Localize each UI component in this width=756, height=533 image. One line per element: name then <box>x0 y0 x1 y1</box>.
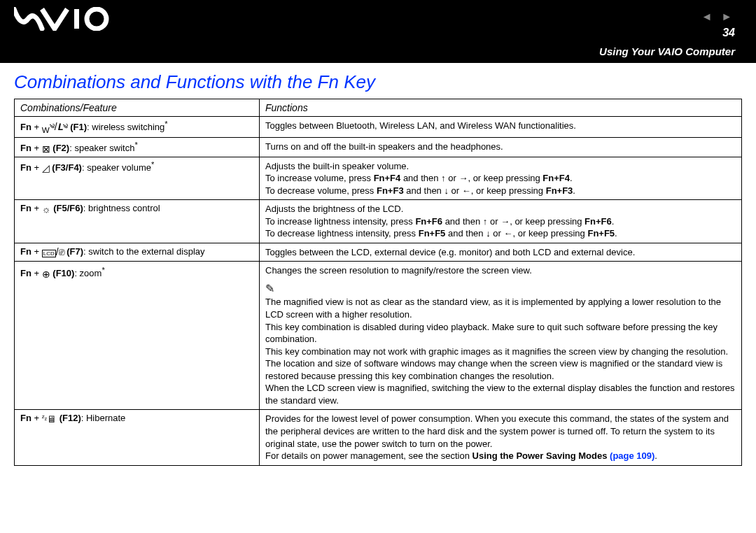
arrow-right-icon: → <box>458 173 468 183</box>
combo-f12: Fn + zz🖥 (F12): Hibernate <box>15 410 260 465</box>
svg-point-1 <box>87 9 106 29</box>
brightness-icon: ☼ <box>42 204 51 214</box>
hibernate-icon: zz🖥 <box>42 414 57 424</box>
table-row: Fn + ⊕ (F10): zoom* Changes the screen r… <box>15 262 742 410</box>
nav-prev-icon[interactable]: ◄ <box>701 10 715 22</box>
func-f12: Provides for the lowest level of power c… <box>260 410 742 465</box>
arrow-right-icon: → <box>500 216 510 227</box>
func-f2: Turns on and off the built-in speakers a… <box>260 137 742 157</box>
note-icon: ✎ <box>265 283 274 294</box>
nav-next-icon[interactable]: ► <box>721 10 735 22</box>
table-row: Fn + ☼ (F5/F6): brightness control Adjus… <box>15 200 742 243</box>
page-content: Combinations and Functions with the Fn K… <box>0 63 756 473</box>
nav-arrows[interactable]: ◄ ► <box>701 10 735 23</box>
combo-f10: Fn + ⊕ (F10): zoom* <box>15 262 260 410</box>
display-switch-icon: LCD/⎚ <box>42 247 64 257</box>
svg-rect-0 <box>74 9 79 29</box>
func-f5f6: Adjusts the brightness of the LCD. To in… <box>260 200 742 243</box>
vaio-logo <box>14 7 112 37</box>
page-title: Combinations and Functions with the Fn K… <box>14 71 742 93</box>
func-f3f4: Adjusts the built-in speaker volume. To … <box>260 157 742 200</box>
speaker-mute-icon: ⊠ <box>42 144 50 154</box>
col-header-combinations: Combinations/Feature <box>15 99 260 117</box>
func-f7: Toggles between the LCD, external device… <box>260 243 742 262</box>
func-f1: Toggles between Bluetooth, Wireless LAN,… <box>260 117 742 138</box>
arrow-left-icon: ← <box>503 228 512 239</box>
combo-f5f6: Fn + ☼ (F5/F6): brightness control <box>15 200 260 243</box>
power-saving-link[interactable]: (page 109) <box>607 450 654 461</box>
page-number: 34 <box>722 27 735 39</box>
combo-f1: Fn + W༄/𝙇༄ (F1): wireless switching* <box>15 117 260 138</box>
table-row: Fn + zz🖥 (F12): Hibernate Provides for t… <box>15 410 742 465</box>
wireless-icon: W༄/𝙇༄ <box>42 122 68 134</box>
page-header: ◄ ► 34 Using Your VAIO Computer <box>0 0 756 63</box>
fn-key-table: Combinations/Feature Functions Fn + W༄/𝙇… <box>14 99 742 466</box>
table-row: Fn + ⊠ (F2): speaker switch* Turns on an… <box>15 137 742 157</box>
volume-icon: ◿ <box>42 163 50 173</box>
section-label: Using Your VAIO Computer <box>599 45 735 57</box>
combo-f7: Fn + LCD/⎚ (F7): switch to the external … <box>15 243 260 262</box>
combo-f2: Fn + ⊠ (F2): speaker switch* <box>15 137 260 157</box>
func-f10: Changes the screen resolution to magnify… <box>260 262 742 410</box>
combo-f3f4: Fn + ◿ (F3/F4): speaker volume* <box>15 157 260 200</box>
table-row: Fn + W༄/𝙇༄ (F1): wireless switching* Tog… <box>15 117 742 138</box>
arrow-left-icon: ← <box>462 185 471 196</box>
table-row: Fn + LCD/⎚ (F7): switch to the external … <box>15 243 742 262</box>
zoom-icon: ⊕ <box>42 269 50 279</box>
col-header-functions: Functions <box>260 99 742 117</box>
table-row: Fn + ◿ (F3/F4): speaker volume* Adjusts … <box>15 157 742 200</box>
